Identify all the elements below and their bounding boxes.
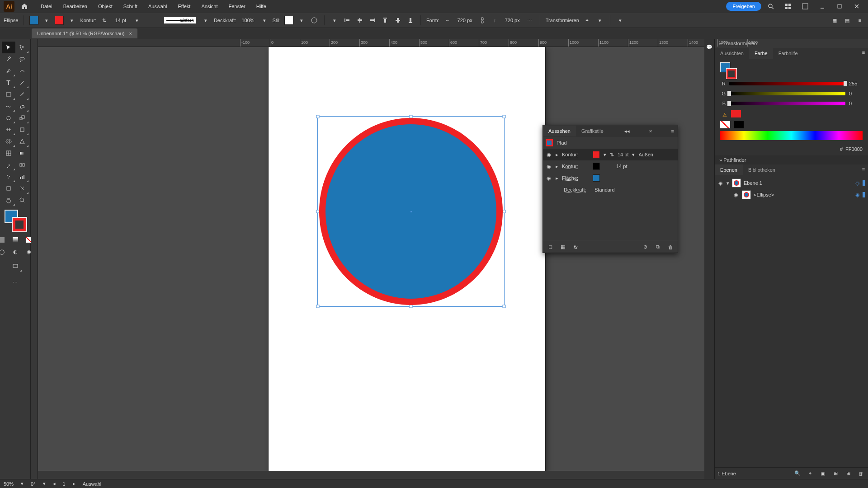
visibility-icon[interactable]: ◉ — [733, 192, 739, 198]
row-swatch[interactable] — [593, 151, 600, 158]
align-right-icon[interactable] — [368, 16, 377, 25]
tab-grafikstile[interactable]: Grafikstile — [576, 126, 609, 136]
row-value[interactable]: 14 pt — [618, 152, 628, 157]
align-menu-icon[interactable]: ▾ — [330, 16, 339, 25]
gradient-mode-icon[interactable] — [9, 234, 22, 246]
align-left-icon[interactable] — [343, 16, 352, 25]
mesh-tool[interactable] — [2, 147, 15, 159]
tab-ausrichten[interactable]: Ausrichten — [715, 48, 749, 59]
stroke-weight-dropdown-icon[interactable]: ▾ — [132, 16, 142, 25]
layer-thumb[interactable] — [732, 178, 741, 188]
arrange-icon[interactable] — [782, 0, 794, 12]
black-swatch[interactable] — [734, 121, 744, 128]
swatch-dropdown-icon[interactable]: ▾ — [604, 152, 606, 158]
free-transform-tool[interactable] — [15, 124, 29, 136]
expand-icon[interactable]: ▸ — [556, 152, 558, 158]
arrange-menu-icon[interactable]: ▾ — [616, 16, 625, 25]
vertical-ruler[interactable] — [31, 39, 38, 479]
slider-value[interactable]: 255 — [849, 81, 863, 86]
magic-wand-tool[interactable] — [2, 53, 15, 65]
lasso-tool[interactable] — [15, 53, 29, 65]
transform-icon[interactable]: ✦ — [583, 16, 592, 25]
gpu-icon[interactable]: ▤ — [843, 16, 852, 25]
perspective-tool[interactable] — [15, 136, 29, 147]
tab-aussehen[interactable]: Aussehen — [543, 126, 576, 136]
tab-farbe[interactable]: Farbe — [749, 48, 773, 59]
toggle-panel-icon[interactable]: ▦ — [830, 16, 839, 25]
draw-normal-icon[interactable]: ◯ — [0, 246, 9, 258]
rotation-dropdown-icon[interactable]: ▾ — [43, 481, 46, 487]
height-field[interactable]: 720 px — [503, 17, 522, 24]
blend-tool[interactable] — [15, 159, 29, 171]
color-slider[interactable] — [729, 82, 845, 85]
width-tool[interactable] — [2, 124, 15, 136]
menu-hilfe[interactable]: Hilfe — [252, 2, 271, 11]
slider-value[interactable]: 0 — [849, 91, 863, 96]
stroke-profile-dropdown-icon[interactable]: ▾ — [201, 16, 210, 25]
visibility-icon[interactable]: ◉ — [546, 163, 552, 169]
layers-search-icon[interactable]: 🔍 — [793, 469, 802, 478]
target-icon[interactable]: ◉ — [855, 192, 860, 198]
symbol-sprayer-tool[interactable] — [2, 171, 15, 183]
stroke-profile[interactable]: Einfach — [164, 17, 196, 23]
appearance-row-opacity[interactable]: Deckkraft: Standard — [543, 184, 678, 196]
rectangle-tool[interactable] — [2, 89, 15, 100]
sublayer-name[interactable]: <Ellipse> — [754, 192, 774, 197]
color-slider[interactable] — [729, 92, 845, 95]
visibility-icon[interactable]: ◉ — [546, 175, 552, 181]
expand-icon[interactable]: ▸ — [556, 164, 558, 169]
shape-builder-tool[interactable] — [2, 136, 15, 147]
isolate-icon[interactable]: ▾ — [595, 16, 604, 25]
row-value[interactable]: 14 pt — [616, 164, 627, 169]
layer-row[interactable]: ◉ ▾ Ebene 1 ◎ — [715, 177, 868, 189]
panel-collapse-icon[interactable]: ◂◂ — [621, 128, 633, 134]
new-stroke-icon[interactable]: ◻ — [546, 243, 555, 252]
delete-layer-icon[interactable]: 🗑 — [856, 469, 865, 478]
close-icon[interactable] — [851, 0, 863, 12]
target-icon[interactable]: ◎ — [855, 180, 860, 186]
add-effect-icon[interactable]: fx — [571, 243, 580, 252]
comment-icon[interactable]: 💬 — [705, 42, 714, 52]
width-field[interactable]: 720 px — [456, 17, 474, 24]
clear-icon[interactable]: ⊘ — [641, 243, 650, 252]
zoom-tool[interactable] — [15, 194, 29, 206]
new-fill-icon[interactable]: ▦ — [558, 243, 567, 252]
out-of-gamut-icon[interactable]: ⚠ — [720, 110, 729, 119]
pathfinder-strip[interactable]: » Pathfinder — [715, 155, 868, 164]
appearance-row-kontur-1[interactable]: ◉ ▸ Kontur: ▾ ⇅ 14 pt ▾ Außen — [543, 149, 678, 160]
document-tab[interactable]: Unbenannt-1* @ 50 % (RGB/Vorschau) × — [32, 28, 137, 38]
type-tool[interactable]: T — [2, 77, 15, 89]
layer-name[interactable]: Ebene 1 — [744, 180, 762, 186]
sublayer-thumb[interactable] — [742, 190, 751, 199]
horizontal-ruler[interactable]: -100010020030040050060070080090010001100… — [38, 39, 704, 47]
appearance-row-kontur-2[interactable]: ◉ ▸ Kontur: 14 pt — [543, 160, 678, 172]
align-hcenter-icon[interactable] — [355, 16, 364, 25]
fill-dropdown-icon[interactable]: ▾ — [42, 16, 51, 25]
menu-ansicht[interactable]: Ansicht — [197, 2, 222, 11]
stroke-stepper-icon[interactable]: ⇅ — [100, 16, 109, 25]
menu-fenster[interactable]: Fenster — [224, 2, 250, 11]
panel-menu-icon[interactable]: ≡ — [859, 48, 868, 57]
scale-tool[interactable] — [15, 112, 29, 124]
workspace-icon[interactable] — [799, 0, 811, 12]
menu-effekt[interactable]: Effekt — [173, 2, 195, 11]
zoom-dropdown-icon[interactable]: ▾ — [21, 481, 24, 487]
gradient-tool[interactable] — [15, 147, 29, 159]
sublayer-row[interactable]: ◉ <Ellipse> ◉ — [715, 189, 868, 201]
menu-objekt[interactable]: Objekt — [94, 2, 117, 11]
paintbrush-tool[interactable] — [15, 89, 29, 100]
none-swatch[interactable] — [720, 121, 730, 128]
tab-ebenen[interactable]: Ebenen — [715, 164, 743, 175]
menu-datei[interactable]: Datei — [36, 2, 57, 11]
link-wh-icon[interactable] — [478, 16, 487, 25]
mini-fill-stroke[interactable] — [720, 62, 736, 79]
appearance-row-flaeche[interactable]: ◉ ▸ Fläche: — [543, 172, 678, 184]
expand-icon[interactable]: ▾ — [726, 180, 729, 186]
line-tool[interactable] — [15, 77, 29, 89]
opacity-field[interactable]: 100% — [240, 17, 256, 24]
maximize-icon[interactable] — [834, 0, 845, 12]
visibility-icon[interactable]: ◉ — [717, 180, 724, 186]
color-slider[interactable] — [729, 102, 845, 105]
new-sublayer-icon[interactable]: ⊞ — [831, 469, 840, 478]
fill-swatch[interactable] — [29, 16, 38, 25]
